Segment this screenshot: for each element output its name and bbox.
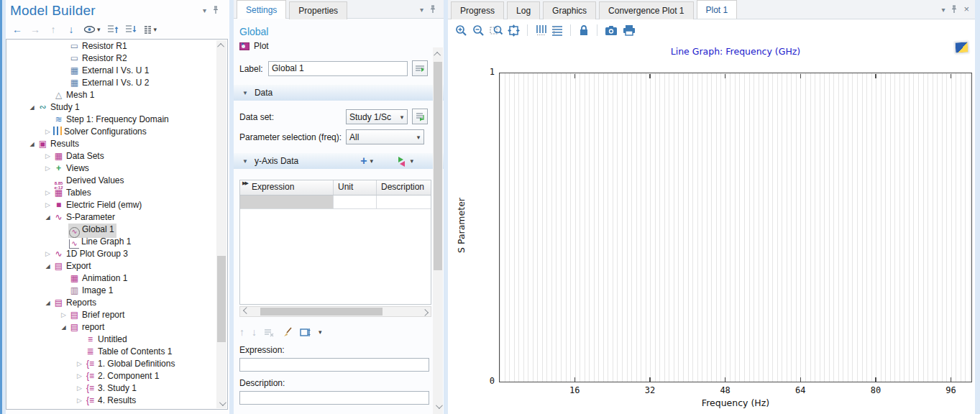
tree-item-3-study-1[interactable]: ▷{≡3. Study 1 <box>6 382 216 395</box>
forward-icon[interactable]: → <box>29 23 41 36</box>
show-eye-icon[interactable]: ▾ <box>83 23 101 36</box>
scrollbar-thumb[interactable] <box>434 62 442 270</box>
move-down-icon[interactable]: ↓ <box>65 23 77 36</box>
tree-scrollbar[interactable] <box>216 40 226 408</box>
tree-expander-icon[interactable]: ▷ <box>43 187 52 199</box>
zoom-extents-icon[interactable] <box>508 24 520 37</box>
tab-convergence-plot-1[interactable]: Convergence Plot 1 <box>599 1 693 19</box>
tree-item-line-graph-1[interactable]: ∿Line Graph 1 <box>6 236 216 248</box>
tree-expander-icon[interactable]: ▷ <box>43 126 52 138</box>
y-axis-section-header[interactable]: ▼ y-Axis Data + ▾ ▾ <box>234 153 444 169</box>
tree-item-study-1[interactable]: ◢∾Study 1 <box>6 101 216 114</box>
zoom-out-icon[interactable] <box>472 24 485 37</box>
tree-item-1d-plot-group-3[interactable]: ▷∿1D Plot Group 3 <box>6 248 216 260</box>
tree-expander-icon[interactable]: ◢ <box>27 138 37 150</box>
tree-expander-icon[interactable]: ▷ <box>75 395 84 407</box>
tree-expander-icon[interactable]: ▷ <box>43 150 52 162</box>
data-set-combobox[interactable]: Study 1/Sc ▾ <box>346 109 408 124</box>
scroll-down-icon[interactable] <box>433 401 443 411</box>
tree-item-global-1[interactable]: ∿Global 1 <box>6 224 216 236</box>
tree-expander-icon[interactable]: ◢ <box>43 297 52 309</box>
column-header[interactable]: Unit <box>334 180 377 195</box>
chevron-down-icon[interactable]: ▾ <box>319 328 322 336</box>
expression-input[interactable] <box>239 358 429 372</box>
tree-item-1-global-definitions[interactable]: ▷{≡1. Global Definitions <box>6 358 216 370</box>
clear-table-brush-icon[interactable] <box>282 327 293 338</box>
delete-row-icon[interactable] <box>264 328 275 337</box>
tab-settings[interactable]: Settings <box>237 0 286 19</box>
back-icon[interactable]: ← <box>12 23 23 36</box>
go-to-source-button[interactable] <box>412 109 428 124</box>
zoom-in-icon[interactable] <box>455 24 467 37</box>
table-row[interactable] <box>240 196 431 209</box>
tree-item-s-parameter[interactable]: ◢∿S-Parameter <box>6 211 216 224</box>
tree-item-external-i-vs-u-1[interactable]: ▦External I Vs. U 1 <box>6 65 216 77</box>
tree-item-results[interactable]: ◢▣Results <box>6 138 216 150</box>
description-input[interactable] <box>239 391 429 405</box>
tree-item-table-of-contents-1[interactable]: ≣Table of Contents 1 <box>6 346 216 358</box>
tree-expander-icon[interactable]: ◢ <box>43 260 52 272</box>
tree-item-step-1-frequency-domain[interactable]: ≋Step 1: Frequency Domain <box>6 114 216 126</box>
scroll-up-icon[interactable] <box>216 40 226 50</box>
pin-icon[interactable] <box>429 5 436 14</box>
data-section-header[interactable]: ▼ Data <box>234 85 444 101</box>
replace-expression-icon[interactable] <box>398 157 407 166</box>
tree-item-report[interactable]: ◢▤report <box>6 321 216 334</box>
move-up-icon[interactable]: ↑ <box>239 326 244 338</box>
scroll-up-icon[interactable] <box>433 49 443 59</box>
chevron-down-icon[interactable]: ▾ <box>410 157 413 165</box>
tab-graphics[interactable]: Graphics <box>543 1 596 19</box>
tab-properties[interactable]: Properties <box>289 1 347 19</box>
chevron-down-icon[interactable]: ▾ <box>941 6 945 14</box>
tree-item-mesh-1[interactable]: △Mesh 1 <box>6 89 216 101</box>
add-expression-icon[interactable]: + <box>360 156 367 166</box>
chevron-down-icon[interactable]: ▾ <box>203 6 206 14</box>
tree-expander-icon[interactable]: ◢ <box>59 321 68 334</box>
tree-item-image-1[interactable]: ▥Image 1 <box>6 285 216 297</box>
tab-log[interactable]: Log <box>507 1 540 19</box>
scrollbar-thumb[interactable] <box>260 308 383 316</box>
move-up-icon[interactable]: ↑ <box>47 23 59 36</box>
settings-scrollbar[interactable] <box>433 47 443 414</box>
tab-plot-1[interactable]: Plot 1 <box>697 0 738 19</box>
chevron-down-icon[interactable]: ▾ <box>370 157 373 165</box>
tree-expander-icon[interactable]: ▷ <box>59 309 68 321</box>
tree-expander-icon[interactable]: ▷ <box>43 248 52 260</box>
tree-expander-icon[interactable]: ▷ <box>75 370 84 382</box>
tree-item-reports[interactable]: ◢▤Reports <box>6 297 216 309</box>
tree-item-data-sets[interactable]: ▷▦Data Sets <box>6 150 216 162</box>
parameter-selection-combobox[interactable]: All ▾ <box>346 129 424 144</box>
label-input[interactable]: Global 1 <box>268 61 408 76</box>
snapshot-icon[interactable] <box>605 24 618 37</box>
expand-all-icon[interactable] <box>125 23 137 36</box>
tree-item-electric-field-emw[interactable]: ▷■Electric Field (emw) <box>6 199 216 211</box>
tree-expander-icon[interactable]: ▷ <box>43 162 52 175</box>
pin-icon[interactable] <box>951 5 958 14</box>
column-header[interactable]: Description <box>377 180 431 195</box>
tree-item-2-component-1[interactable]: ▷{≡2. Component 1 <box>6 370 216 382</box>
chevron-down-icon[interactable]: ▾ <box>420 6 423 14</box>
tree-item-brief-report[interactable]: ▷▤Brief report <box>6 309 216 321</box>
print-icon[interactable] <box>623 24 636 37</box>
tree-item-tables[interactable]: ▷▦Tables <box>6 187 216 199</box>
tree-expander-icon[interactable]: ◢ <box>43 211 52 224</box>
tree-item-4-results[interactable]: ▷{≡4. Results <box>6 395 216 407</box>
tree-expander-icon[interactable]: ▷ <box>75 358 84 370</box>
tree-expander-icon[interactable]: ▷ <box>75 382 84 395</box>
tree-item-views[interactable]: ▷+Views <box>6 162 216 175</box>
zoom-box-icon[interactable] <box>490 24 503 37</box>
tree-item-resistor-r2[interactable]: ▭Resistor R2 <box>6 52 216 65</box>
plot-window-icon[interactable] <box>955 42 969 54</box>
pin-icon[interactable] <box>212 6 219 14</box>
tree-item-solver-configurations[interactable]: ▷Solver Configurations <box>6 126 216 138</box>
scroll-down-icon[interactable] <box>216 398 226 408</box>
tree-expander-icon[interactable]: ▷ <box>43 199 52 211</box>
collapse-all-icon[interactable] <box>107 23 119 36</box>
tree-expander-icon[interactable]: ◢ <box>27 101 37 114</box>
rename-button[interactable] <box>412 60 428 76</box>
expand-columns-icon[interactable]: ▶▶ <box>242 180 247 186</box>
axis-lock-icon[interactable] <box>578 24 590 37</box>
column-header[interactable]: Expression <box>240 180 334 195</box>
tab-progress[interactable]: Progress <box>451 1 504 19</box>
tree-item-resistor-r1[interactable]: ▭Resistor R1 <box>6 40 216 52</box>
